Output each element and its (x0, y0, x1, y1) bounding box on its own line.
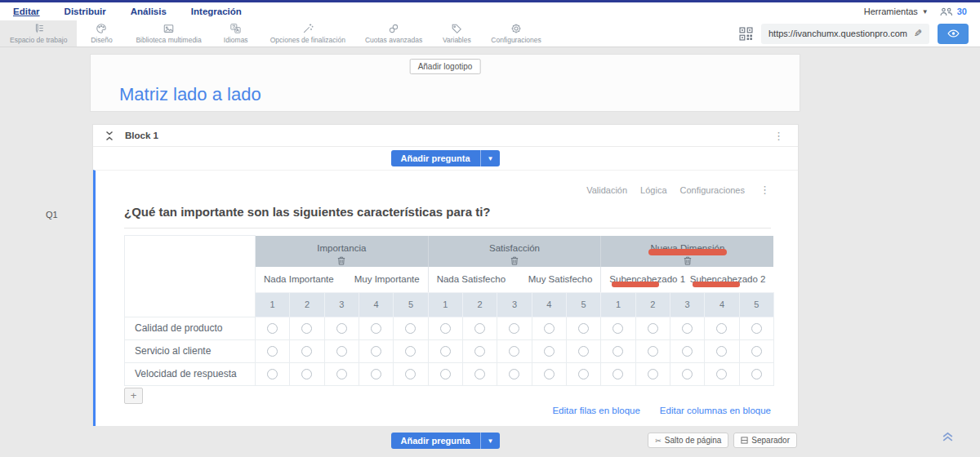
scale-point-label[interactable]: 2 (635, 292, 670, 317)
scale-point-label[interactable]: 1 (428, 292, 462, 317)
radio-button[interactable] (301, 346, 312, 357)
survey-url-field[interactable]: https://ivanchumx.questionpro.com ✎ (761, 24, 929, 44)
respondents-indicator[interactable]: 30 (940, 7, 967, 16)
radio-button[interactable] (578, 369, 589, 379)
scale-point-label[interactable]: 1 (601, 292, 635, 317)
radio-button[interactable] (474, 346, 485, 357)
radio-button[interactable] (440, 346, 451, 357)
subheader-left-label[interactable]: Nada Importante (264, 274, 334, 284)
radio-button[interactable] (440, 369, 451, 379)
radio-button[interactable] (612, 323, 623, 334)
scale-point-label[interactable]: 4 (359, 292, 393, 317)
scale-point-label[interactable]: 2 (462, 292, 497, 317)
radio-button[interactable] (509, 323, 519, 334)
radio-button[interactable] (474, 369, 485, 379)
radio-button[interactable] (578, 346, 589, 357)
radio-button[interactable] (509, 369, 519, 379)
matrix-group-header[interactable]: Satisfacción (428, 236, 601, 267)
radio-button[interactable] (716, 346, 727, 357)
nav-item-distribuir[interactable]: Distribuir (65, 7, 106, 16)
edit-rows-bulk-link[interactable]: Editar filas en bloque (552, 406, 639, 415)
subheader-right-label[interactable]: Subencabezado 2 (690, 274, 766, 284)
separator-button[interactable]: Separador (733, 433, 797, 448)
tab-opciones-de-finalizacion[interactable]: Opciones de finalización (261, 20, 355, 47)
radio-button[interactable] (267, 323, 278, 334)
radio-button[interactable] (682, 323, 693, 334)
radio-button[interactable] (336, 369, 347, 379)
radio-button[interactable] (648, 346, 658, 357)
tab-espacio-de-trabajo[interactable]: Espacio de trabajo (0, 20, 77, 47)
question-kebab-menu-icon[interactable]: ⋮ (758, 184, 772, 195)
scroll-to-top-icon[interactable] (941, 430, 955, 442)
survey-title[interactable]: Matriz lado a lado (119, 84, 261, 105)
radio-button[interactable] (578, 323, 589, 334)
scale-point-label[interactable]: 4 (532, 292, 566, 317)
radio-button[interactable] (371, 369, 381, 379)
tab-idiomas[interactable]: Idiomas (212, 20, 261, 47)
radio-button[interactable] (682, 369, 693, 379)
nav-item-integracion[interactable]: Integración (191, 7, 242, 16)
block-kebab-menu-icon[interactable]: ⋮ (772, 131, 786, 141)
radio-button[interactable] (336, 323, 347, 334)
radio-button[interactable] (474, 323, 485, 334)
tools-dropdown[interactable]: Herramientas ▼ (864, 7, 929, 16)
matrix-group-header[interactable]: Importancia (256, 236, 429, 267)
scale-point-label[interactable]: 5 (566, 292, 600, 317)
tab-cuotas-avanzadas[interactable]: Cuotas avanzadas (355, 20, 432, 47)
add-logo-button[interactable]: Añadir logotipo (410, 59, 481, 74)
scale-point-label[interactable]: 2 (290, 292, 324, 317)
radio-button[interactable] (509, 346, 519, 357)
add-question-button-top[interactable]: Añadir pregunta ▼ (391, 150, 501, 166)
radio-button[interactable] (648, 369, 658, 379)
radio-button[interactable] (336, 346, 347, 357)
tab-configuraciones[interactable]: Configuraciones (481, 20, 550, 47)
radio-button[interactable] (301, 323, 312, 334)
chevron-down-icon[interactable]: ▼ (480, 150, 501, 166)
radio-button[interactable] (267, 346, 278, 357)
page-break-button[interactable]: ✂ Salto de página (648, 433, 728, 448)
radio-button[interactable] (716, 323, 727, 334)
matrix-group-header[interactable]: Nueva Dimensión (601, 236, 774, 267)
question-text[interactable]: ¿Qué tan importante son las siguientes c… (124, 205, 771, 228)
radio-button[interactable] (371, 323, 381, 334)
tab-biblioteca-multimedia[interactable]: Biblioteca multimedia (126, 20, 211, 47)
validation-link[interactable]: Validación (586, 185, 627, 195)
row-label[interactable]: Velocidad de respuesta (125, 362, 256, 385)
scale-point-label[interactable]: 5 (394, 292, 428, 317)
edit-url-pencil-icon[interactable]: ✎ (914, 28, 922, 39)
logic-link[interactable]: Lógica (640, 185, 666, 195)
trash-icon[interactable] (510, 256, 519, 265)
radio-button[interactable] (267, 369, 278, 379)
radio-button[interactable] (544, 346, 555, 357)
radio-button[interactable] (612, 369, 623, 379)
radio-button[interactable] (751, 323, 762, 334)
radio-button[interactable] (544, 323, 555, 334)
nav-item-analisis[interactable]: Análisis (131, 7, 167, 16)
subheader-left-label[interactable]: Nada Satisfecho (437, 274, 506, 284)
scale-point-label[interactable]: 3 (324, 292, 359, 317)
scale-point-label[interactable]: 3 (670, 292, 704, 317)
radio-button[interactable] (682, 346, 693, 357)
settings-link[interactable]: Configuraciones (680, 185, 746, 195)
radio-button[interactable] (440, 323, 451, 334)
preview-button[interactable] (938, 24, 969, 44)
radio-button[interactable] (612, 346, 623, 357)
tab-diseno[interactable]: Diseño (77, 20, 126, 47)
radio-button[interactable] (544, 369, 555, 379)
trash-icon[interactable] (337, 256, 345, 265)
row-label[interactable]: Calidad de producto (125, 317, 256, 339)
radio-button[interactable] (648, 323, 658, 334)
radio-button[interactable] (716, 369, 727, 379)
qr-code-icon[interactable] (739, 27, 753, 41)
add-question-button-bottom[interactable]: Añadir pregunta ▼ (391, 433, 501, 449)
scale-point-label[interactable]: 3 (497, 292, 532, 317)
radio-button[interactable] (371, 346, 381, 357)
nav-item-editar[interactable]: Editar (13, 7, 40, 16)
row-label[interactable]: Servicio al cliente (125, 339, 256, 362)
trash-icon[interactable] (684, 256, 692, 265)
chevron-down-icon[interactable]: ▼ (480, 433, 501, 449)
scale-point-label[interactable]: 4 (705, 292, 739, 317)
subheader-right-label[interactable]: Muy Importante (354, 274, 420, 284)
radio-button[interactable] (405, 369, 416, 379)
radio-button[interactable] (751, 369, 762, 379)
